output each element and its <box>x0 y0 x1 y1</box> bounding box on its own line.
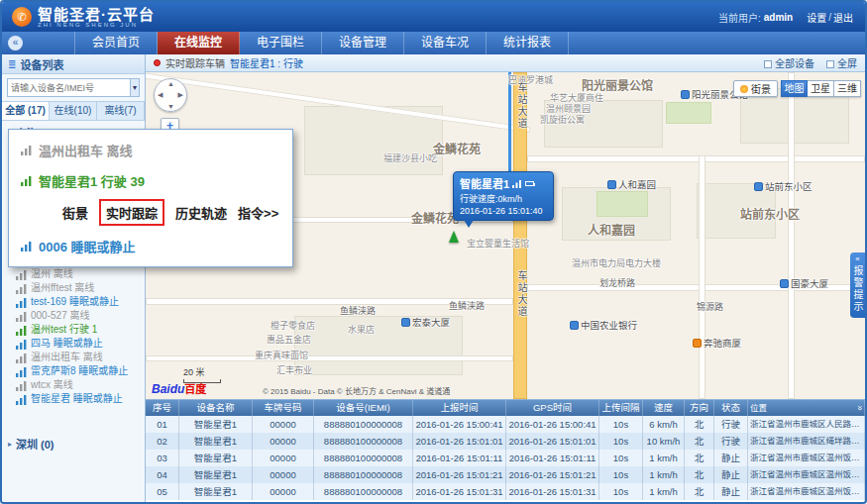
device-list: 温州 离线温州fftest 离线test-169 睡眠或静止000-527 离线… <box>2 267 145 406</box>
column-header[interactable]: 状态 <box>714 400 748 416</box>
table-cell: 00000 <box>253 416 314 433</box>
popup-action-link[interactable]: 指令>> <box>238 203 278 222</box>
device-list-item[interactable]: 温州 离线 <box>2 267 145 281</box>
tree-node-shenzhen[interactable]: ▸ 深圳 (0) <box>2 432 145 455</box>
logo-phone-icon: ✆ <box>12 7 32 27</box>
popup-action-link[interactable]: 历史轨迹 <box>175 203 227 222</box>
nav-tab-1[interactable]: 会员首页 <box>74 32 158 54</box>
pan-right-icon[interactable]: ▶ <box>178 91 183 99</box>
map-type-地图[interactable]: 地图 <box>781 80 808 97</box>
map-pan-control[interactable]: ▲ ▼ ◀ ▶ <box>154 78 187 112</box>
nav-tab-2[interactable]: 在线监控 <box>158 32 240 54</box>
fullscreen-toggle[interactable]: 全屏 <box>826 55 857 70</box>
column-header[interactable]: 车牌号码 <box>253 400 314 416</box>
table-cell: 10s <box>599 433 643 450</box>
map-toolbar: 实时跟踪车辆 智能星君1 : 行驶 全部设备 全屏 <box>146 54 865 72</box>
table-row[interactable]: 02智能星君1000008888801000000082016-01-26 15… <box>146 433 865 450</box>
device-search-input[interactable] <box>7 78 131 97</box>
map-type-卫星[interactable]: 卫星 <box>808 80 834 97</box>
tree-collapse-icon: ▸ <box>8 440 12 449</box>
map-type-三维[interactable]: 三维 <box>834 80 861 97</box>
device-filter-2[interactable]: 在线(10) <box>50 102 97 120</box>
popup-device-row[interactable]: 智能星君1 行驶 39 <box>9 165 292 196</box>
column-header[interactable]: 序号 <box>146 400 179 416</box>
pan-left-icon[interactable]: ◀ <box>158 91 163 99</box>
device-list-item[interactable]: test-169 睡眠或静止 <box>2 295 145 309</box>
signal-icon <box>16 283 27 294</box>
column-header[interactable]: 方向 <box>685 400 714 416</box>
pan-down-icon[interactable]: ▼ <box>167 103 174 110</box>
street-view-button[interactable]: 街景 <box>733 80 778 97</box>
column-header[interactable]: 设备名称 <box>179 400 253 416</box>
column-header[interactable]: GPS时间 <box>506 400 599 416</box>
popup-action-link[interactable]: 街景 <box>62 203 88 222</box>
app-header: ✆ 智能圣君·云平台 ZHI NENG SHENG JUN 当前用户: admi… <box>2 2 865 32</box>
search-dropdown-icon[interactable]: ▾ <box>131 78 140 97</box>
nav-collapse-icon[interactable]: « <box>8 36 23 50</box>
nav-tab-3[interactable]: 电子围栏 <box>240 32 322 54</box>
table-cell: 静止 <box>714 483 748 500</box>
table-cell: 888880100000008 <box>314 416 413 433</box>
pan-up-icon[interactable]: ▲ <box>167 80 174 87</box>
nav-tab-6[interactable]: 统计报表 <box>487 32 569 54</box>
table-collapse-icon[interactable]: » <box>851 405 865 410</box>
nav-tab-4[interactable]: 设备管理 <box>322 32 404 54</box>
device-filter-3[interactable]: 离线(7) <box>97 102 145 120</box>
table-cell: 2016-01-26 15:01:31 <box>413 483 506 500</box>
device-list-item[interactable]: 雷克萨斯8 睡眠或静止 <box>2 364 145 378</box>
table-cell: 静止 <box>714 466 748 483</box>
logout-link[interactable]: 退出 <box>833 10 853 25</box>
alarm-tab[interactable]: « 报警提示 <box>850 252 865 318</box>
table-row[interactable]: 03智能星君1000008888801000000082016-01-26 15… <box>146 450 865 466</box>
table-cell: 2016-01-26 15:01:21 <box>506 466 599 483</box>
poi-icon <box>401 318 410 327</box>
device-list-item[interactable]: 智能星君 睡眠或静止 <box>2 392 145 406</box>
table-header: 序号设备名称车牌号码设备号(IEMI)上报时间GPS时间上传间隔速度方向状态位置… <box>146 400 865 416</box>
device-filter-1[interactable]: 全部 (17) <box>2 102 50 120</box>
column-header[interactable]: 上报时间 <box>413 400 506 416</box>
map-green-area <box>596 191 648 217</box>
device-list-item[interactable]: 温州出租车 离线 <box>2 351 145 364</box>
map-label: 国豪大厦 <box>780 276 828 290</box>
table-cell: 00000 <box>253 450 314 466</box>
popup-device-row[interactable]: 0006 睡眠或静止 <box>9 231 292 261</box>
device-list-item[interactable]: wtcx 离线 <box>2 378 145 392</box>
app-window: ✆ 智能圣君·云平台 ZHI NENG SHENG JUN 当前用户: admi… <box>0 0 867 504</box>
map-label: 奔驰商厦 <box>693 336 741 350</box>
device-list-item[interactable]: 四马 睡眠或静止 <box>2 337 145 351</box>
logo-subtitle: ZHI NENG SHENG JUN <box>38 22 155 28</box>
popup-action-realtime-track[interactable]: 实时跟踪 <box>99 199 164 226</box>
all-devices-toggle[interactable]: 全部设备 <box>764 55 814 70</box>
column-header[interactable]: 速度 <box>643 400 685 416</box>
vehicle-info-popup[interactable]: 智能星君1 行驶速度:0km/h 2016-01-26 15:01:40 <box>453 171 554 221</box>
settings-link[interactable]: 设置 <box>807 10 826 25</box>
map-road <box>146 355 513 361</box>
device-list-item[interactable]: 000-527 离线 <box>2 309 145 323</box>
table-cell: 05 <box>146 483 179 500</box>
table-cell: 北 <box>685 466 714 483</box>
table-row[interactable]: 05智能星君1000008888801000000082016-01-26 15… <box>146 483 865 500</box>
column-header[interactable]: 位置 <box>748 400 865 416</box>
alarm-tab-label: 报警提示 <box>850 265 865 313</box>
map-label: 站前东小区 <box>754 179 813 193</box>
column-header[interactable]: 设备号(IEMI) <box>314 400 413 416</box>
device-list-item[interactable]: 温州test 行驶 1 <box>2 323 145 337</box>
signal-icon <box>16 339 27 350</box>
alarm-collapse-icon: « <box>850 255 865 263</box>
table-row[interactable]: 01智能星君1000008888801000000082016-01-26 15… <box>146 416 865 433</box>
current-user-label: 当前用户: <box>718 10 761 25</box>
popup-device-row[interactable]: 温州出租车 离线 <box>9 135 292 165</box>
table-row[interactable]: 04智能星君1000008888801000000082016-01-26 15… <box>146 466 865 483</box>
map-label: 金鳞花苑 <box>411 209 459 226</box>
map-label: 鱼鳞浃路 <box>449 299 485 312</box>
table-cell: 浙江省温州市鹿城区人民路人寿温州支公司附近 <box>748 416 865 433</box>
map-label: 车站大道 <box>514 82 529 130</box>
sidebar-title: 设备列表 <box>20 56 63 72</box>
vehicle-marker[interactable] <box>449 231 459 243</box>
nav-tab-5[interactable]: 设备车况 <box>404 32 487 54</box>
table-cell: 2016-01-26 15:01:01 <box>413 433 506 450</box>
device-list-item[interactable]: 温州fftest 离线 <box>2 281 145 295</box>
column-header[interactable]: 上传间隔 <box>599 400 643 416</box>
table-cell: 00000 <box>253 466 314 483</box>
map-label: 车站大道 <box>514 270 529 318</box>
